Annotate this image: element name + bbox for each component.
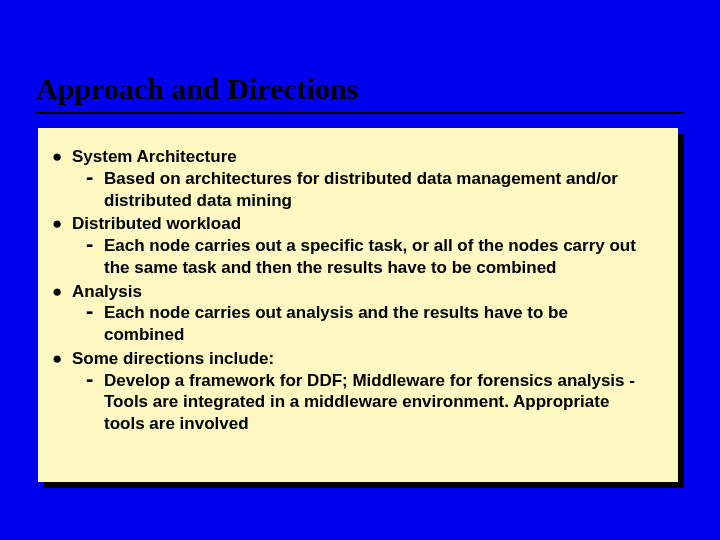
list-subitem: - Develop a framework for DDF; Middlewar… <box>86 370 652 435</box>
content-box: ● System Architecture - Based on archite… <box>38 128 678 482</box>
bullet-icon: ● <box>52 348 72 370</box>
list-subitem: - Based on architectures for distributed… <box>86 168 652 212</box>
list-subitem-text: Based on architectures for distributed d… <box>104 168 652 212</box>
list-subitem: - Each node carries out a specific task,… <box>86 235 652 279</box>
list-item-label: Distributed workload <box>72 213 652 235</box>
bullet-icon: ● <box>52 146 72 168</box>
list-item: ● Distributed workload <box>52 213 652 235</box>
dash-icon: - <box>86 369 104 434</box>
dash-icon: - <box>86 234 104 278</box>
list-item: ● Analysis <box>52 281 652 303</box>
list-subitem: - Each node carries out analysis and the… <box>86 302 652 346</box>
slide-title: Approach and Directions <box>36 72 358 106</box>
list-subitem-text: Each node carries out a specific task, o… <box>104 235 652 279</box>
list-item-label: System Architecture <box>72 146 652 168</box>
list-item-label: Some directions include: <box>72 348 652 370</box>
list-subitem-text: Develop a framework for DDF; Middleware … <box>104 370 652 435</box>
dash-icon: - <box>86 167 104 211</box>
slide: Approach and Directions ● System Archite… <box>0 0 720 540</box>
bullet-icon: ● <box>52 281 72 303</box>
bullet-icon: ● <box>52 213 72 235</box>
title-underline <box>36 112 684 114</box>
list-item: ● System Architecture <box>52 146 652 168</box>
list-item-label: Analysis <box>72 281 652 303</box>
list-subitem-text: Each node carries out analysis and the r… <box>104 302 652 346</box>
list-item: ● Some directions include: <box>52 348 652 370</box>
dash-icon: - <box>86 301 104 345</box>
